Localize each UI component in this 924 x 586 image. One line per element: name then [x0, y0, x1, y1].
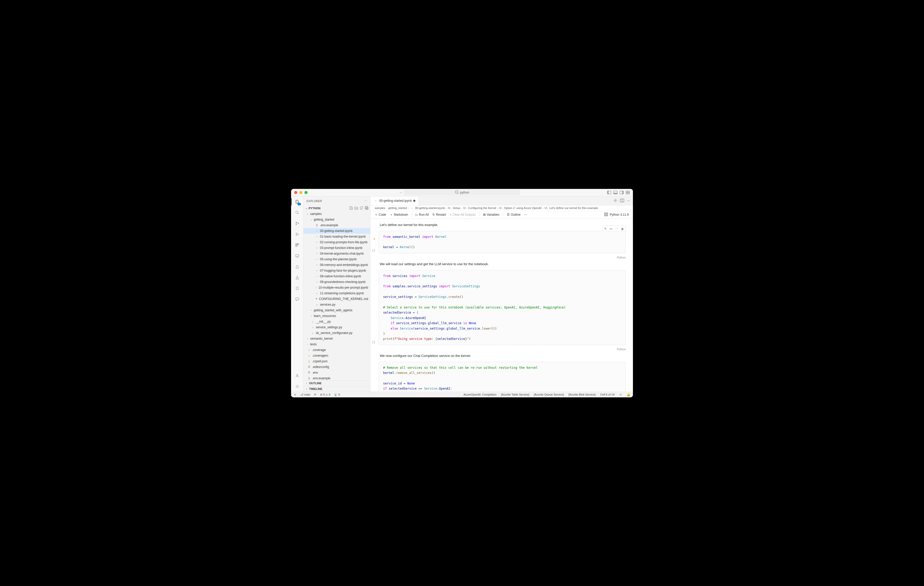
status-item[interactable]: AzureOpenAI: Completion	[464, 393, 497, 396]
extensions-icon[interactable]	[294, 242, 300, 248]
layout-customize-icon[interactable]	[626, 191, 630, 194]
close-window[interactable]	[294, 191, 297, 194]
tree-file[interactable]: {}.cspell.json	[304, 359, 370, 364]
svg-rect-3	[607, 191, 609, 194]
code-cell[interactable]: from services import Service from sample…	[379, 270, 626, 345]
explorer-view-icon[interactable]: 1	[294, 199, 300, 205]
variables-button[interactable]: ⊞Variables	[483, 213, 499, 216]
tree-folder-samples[interactable]: ⌄samples	[304, 211, 370, 217]
new-folder-icon[interactable]	[354, 206, 358, 211]
run-all-button[interactable]: ▷Run All	[416, 213, 429, 216]
tree-file[interactable]: ⬨__init__.py	[304, 319, 370, 324]
tree-file[interactable]: ▫09-groundedness-checking.ipynb	[304, 279, 370, 285]
restart-button[interactable]: ↻Restart	[432, 213, 446, 216]
markdown-cell[interactable]: We now configure our Chat Completion ser…	[379, 353, 633, 362]
maximize-window[interactable]	[304, 191, 308, 194]
tree-file[interactable]: ▫01-basic-loading-the-kernel.ipynb	[304, 234, 370, 239]
tree-file[interactable]: ▫07-hugging-face-for-plugins.ipynb	[304, 268, 370, 273]
panel-right-icon[interactable]	[620, 191, 624, 194]
split-editor-icon[interactable]	[620, 198, 624, 203]
delete-cell-icon[interactable]: 🗑	[620, 227, 625, 231]
copilot-sparkle-icon[interactable]: ✦	[373, 237, 376, 241]
sync-indicator[interactable]: ⟳	[314, 393, 316, 396]
tab-more-icon[interactable]: ⋯	[627, 199, 630, 202]
add-markdown-cell-button[interactable]: ＋Markdown	[390, 212, 408, 217]
sidebar-more-icon[interactable]: ⋯	[364, 199, 367, 202]
toolbar-more-button[interactable]: ⋯	[524, 213, 527, 216]
tree-folder[interactable]: ›tests	[304, 341, 370, 347]
tree-file[interactable]: ▫03-prompt-function-inline.ipynb	[304, 245, 370, 251]
accounts-icon[interactable]	[294, 373, 300, 379]
tree-file[interactable]: ▫02-running-prompts-from-file.ipynb	[304, 239, 370, 245]
code-cell[interactable]: from semantic_kernel import Kernel kerne…	[379, 231, 626, 253]
tree-file[interactable]: ▫10-multiple-results-per-prompt.ipynb	[304, 285, 370, 290]
tree-file[interactable]: ⬨sk_service_configurator.py	[304, 330, 370, 336]
tree-folder[interactable]: ›getting_started_with_agents	[304, 308, 370, 313]
status-item[interactable]: Cell 6 of 14	[600, 393, 615, 396]
lang-label[interactable]: Python	[379, 255, 633, 261]
panel-bottom-icon[interactable]	[613, 191, 617, 194]
outline-button[interactable]: ☰Outline	[507, 213, 521, 216]
tree-file[interactable]: ≡.coveragerc	[304, 353, 370, 359]
remote-explorer-icon[interactable]	[294, 253, 300, 259]
tree-folder[interactable]: ›learn_resources	[304, 313, 370, 319]
back-arrow-icon[interactable]: ←	[399, 191, 403, 194]
timeline-section[interactable]: ›TIMELINE	[304, 386, 370, 392]
tree-folder-getting-started[interactable]: ⌄getting_started	[304, 217, 370, 222]
minimize-window[interactable]	[299, 191, 302, 194]
tree-file[interactable]: ⚙.editorconfig	[304, 364, 370, 370]
editor-tab-active[interactable]: ▫ 00-getting-started.ipynb	[370, 197, 419, 205]
settings-gear-icon[interactable]	[294, 384, 300, 390]
azure-icon[interactable]	[294, 275, 300, 281]
clear-outputs-button[interactable]: ≡Clear All Outputs	[450, 213, 476, 216]
tree-file[interactable]: ✦CONFIGURING_THE_KERNEL.md	[304, 296, 370, 302]
branch-indicator[interactable]: ⎇ main	[300, 393, 310, 396]
status-item[interactable]: [Azurite Blob Service]	[568, 393, 596, 396]
run-debug-icon[interactable]	[294, 231, 300, 237]
tree-file[interactable]: ▫08-native-function-inline.ipynb	[304, 273, 370, 279]
source-control-icon[interactable]	[294, 221, 300, 227]
feedback-icon[interactable]: ☺	[619, 393, 622, 396]
cell-more-icon[interactable]: ⋯	[614, 227, 619, 231]
panel-left-icon[interactable]	[607, 191, 611, 194]
add-code-cell-button[interactable]: ＋Code	[375, 212, 386, 217]
sk-icon[interactable]	[294, 285, 300, 291]
problems-indicator[interactable]: ⊘ 0 ⚠ 0	[320, 393, 330, 396]
tree-file-active[interactable]: ▫00-getting-started.ipynb	[304, 228, 370, 234]
kernel-selector[interactable]: Python 3.11.9	[610, 213, 629, 216]
tree-file[interactable]: ⬨service_settings.py	[304, 324, 370, 330]
search-view-icon[interactable]	[294, 209, 300, 216]
testing-icon[interactable]	[294, 263, 300, 270]
chat-icon[interactable]	[294, 296, 300, 302]
edit-cell-icon[interactable]: ✎	[603, 227, 608, 231]
outline-section[interactable]: ›OUTLINE	[304, 380, 370, 386]
ports-indicator[interactable]: 📡 0	[334, 393, 340, 396]
new-file-icon[interactable]	[349, 206, 353, 211]
tree-file[interactable]: $.env.example	[304, 375, 370, 380]
command-center-search[interactable]: python	[404, 190, 520, 195]
breadcrumb[interactable]: samples› getting_started› ▫00-getting-st…	[370, 206, 633, 211]
refresh-icon[interactable]	[360, 206, 363, 211]
tree-file[interactable]: ⚙.env	[304, 370, 370, 375]
tree-file[interactable]: ⬨services.py	[304, 302, 370, 308]
tab-settings-icon[interactable]	[613, 198, 617, 203]
tree-file[interactable]: ≡.coverage	[304, 347, 370, 353]
status-item[interactable]: [Azurite Queue Service]	[534, 393, 564, 396]
tree-file[interactable]: ▫11-streaming-completions.ipynb	[304, 290, 370, 296]
lang-label[interactable]: Python	[379, 347, 633, 353]
tree-file[interactable]: ▫04-kernel-arguments-chat.ipynb	[304, 251, 370, 257]
status-item[interactable]: [Azurite Table Service]	[501, 393, 529, 396]
tree-file[interactable]: $.env.example	[304, 222, 370, 228]
markdown-cell[interactable]: Let's define our kernel for this example…	[379, 222, 633, 231]
cell-pane-icon[interactable]: ▭	[609, 227, 614, 231]
notebook-body[interactable]: Let's define our kernel for this example…	[370, 219, 633, 392]
markdown-cell[interactable]: We will load our settings and get the LL…	[379, 261, 633, 270]
collapse-all-icon[interactable]	[365, 206, 369, 211]
tree-file[interactable]: ▫05-using-the-planner.ipynb	[304, 257, 370, 262]
tree-folder[interactable]: ›semantic_kernel	[304, 336, 370, 341]
notifications-icon[interactable]: 🔔	[627, 393, 630, 396]
project-header[interactable]: ⌄ PYTHON	[304, 206, 370, 211]
remote-indicator[interactable]: ⪪	[294, 393, 297, 396]
code-cell[interactable]: # Remove all services so that this cell …	[379, 362, 626, 392]
tree-file[interactable]: ▫06-memory-and-embeddings.ipynb	[304, 262, 370, 268]
